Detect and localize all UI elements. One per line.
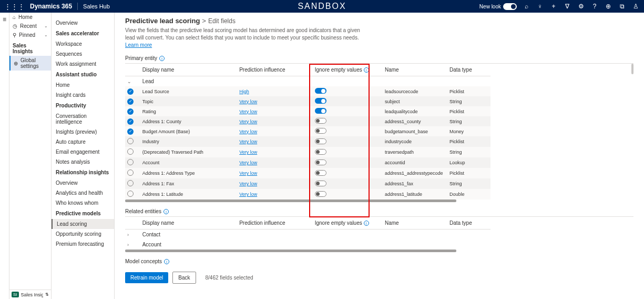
- subnav-item[interactable]: Email engagement: [52, 147, 114, 157]
- checkbox-checked-icon[interactable]: ✓: [127, 88, 134, 95]
- subnav-item[interactable]: Work assignment: [52, 59, 114, 69]
- subnav-item[interactable]: Overview: [52, 178, 114, 188]
- influence-link[interactable]: Very low: [239, 160, 257, 165]
- influence-link[interactable]: Very low: [239, 99, 257, 104]
- subnav-item[interactable]: Workspace: [52, 39, 114, 49]
- table-row[interactable]: ✓TopicVery lowsubjectString: [125, 96, 490, 106]
- filter-icon[interactable]: ∇: [563, 2, 571, 11]
- info-icon[interactable]: i: [163, 209, 169, 214]
- influence-link[interactable]: Very low: [239, 119, 257, 124]
- entity-row-contact[interactable]: › Contact: [125, 230, 490, 240]
- retrain-button[interactable]: Retrain model: [125, 272, 168, 283]
- ignore-toggle[interactable]: [315, 170, 326, 176]
- table-row[interactable]: ✓Address 1: CountyVery lowaddress1_count…: [125, 116, 490, 126]
- influence-link[interactable]: Very low: [239, 171, 257, 176]
- subnav-item[interactable]: Insights (preview): [52, 127, 114, 137]
- nav-globalsettings[interactable]: ⊕Global settings: [9, 56, 51, 71]
- subnav-item[interactable]: Lead scoring: [52, 219, 114, 229]
- checkbox-unchecked-icon[interactable]: [127, 159, 134, 165]
- subnav-item[interactable]: Notes analysis: [52, 157, 114, 167]
- screen-icon[interactable]: ⧉: [618, 2, 626, 11]
- subnav-item[interactable]: Analytics and health: [52, 188, 114, 198]
- checkbox-checked-icon[interactable]: ✓: [127, 128, 134, 135]
- col-ignore-empty[interactable]: Ignore empty values i: [313, 64, 383, 76]
- back-button[interactable]: Back: [172, 272, 196, 284]
- influence-link[interactable]: High: [239, 89, 249, 94]
- ignore-toggle[interactable]: [315, 191, 326, 197]
- app-launcher-icon[interactable]: ⋮⋮⋮: [4, 3, 25, 11]
- subnav-item[interactable]: Overview: [52, 18, 114, 28]
- col-prediction-influence[interactable]: Prediction influence: [237, 217, 313, 230]
- col-name[interactable]: Name: [383, 217, 447, 230]
- col-ignore-empty[interactable]: Ignore empty values i: [313, 217, 383, 230]
- nav-home[interactable]: ⌂Home: [9, 13, 51, 22]
- col-data-type[interactable]: Data type: [447, 217, 490, 230]
- chevron-right-icon[interactable]: ›: [127, 242, 129, 247]
- subnav-item[interactable]: Opportunity scoring: [52, 229, 114, 239]
- nav-footer[interactable]: SI Sales Insights sett... ⇅: [9, 290, 51, 299]
- checkbox-unchecked-icon[interactable]: [127, 180, 134, 186]
- table-row[interactable]: Address 1: LatitudeVery lowaddress1_lati…: [125, 189, 490, 200]
- scrollbar-horizontal[interactable]: [125, 250, 456, 252]
- table-row[interactable]: Address 1: FaxVery lowaddress1_faxString: [125, 178, 490, 189]
- table-row[interactable]: ✓Lead SourceHighleadsourcecodePicklist: [125, 86, 490, 96]
- subnav-item[interactable]: Sequences: [52, 49, 114, 59]
- table-row[interactable]: (Deprecated) Traversed PathVery lowtrave…: [125, 147, 490, 157]
- col-display-name[interactable]: Display name: [140, 217, 238, 230]
- table-row[interactable]: ✓Budget Amount (Base)Very lowbudgetamoun…: [125, 126, 490, 136]
- info-icon[interactable]: i: [364, 67, 369, 73]
- subnav-item[interactable]: Insight cards: [52, 90, 114, 100]
- help-icon[interactable]: ?: [590, 2, 599, 11]
- search-icon[interactable]: ⌕: [522, 2, 530, 11]
- table-row[interactable]: ✓RatingVery lowleadqualitycodePicklist: [125, 106, 490, 116]
- influence-link[interactable]: Very low: [239, 150, 257, 155]
- info-icon[interactable]: i: [164, 259, 169, 264]
- scrollbar-vertical[interactable]: [631, 64, 633, 74]
- ignore-toggle[interactable]: [315, 98, 326, 104]
- checkbox-unchecked-icon[interactable]: [127, 170, 134, 176]
- entity-row-lead[interactable]: ⌄ Lead: [125, 76, 490, 87]
- subnav-item[interactable]: Conversation intelligence: [52, 111, 114, 127]
- col-name[interactable]: Name: [383, 64, 447, 76]
- chevron-down-icon[interactable]: ⌄: [127, 79, 131, 84]
- new-look-toggle[interactable]: New look: [479, 3, 517, 10]
- ignore-toggle[interactable]: [315, 88, 326, 94]
- entity-row-account[interactable]: › Account: [125, 240, 490, 250]
- checkbox-checked-icon[interactable]: ✓: [127, 118, 134, 125]
- influence-link[interactable]: Very low: [239, 129, 257, 134]
- gear-icon[interactable]: ⚙: [577, 2, 585, 11]
- nav-pinned[interactable]: ⚲Pinned⌄: [9, 31, 51, 39]
- ignore-toggle[interactable]: [315, 128, 326, 134]
- plus-icon[interactable]: +: [549, 2, 558, 11]
- info-icon[interactable]: i: [159, 56, 165, 61]
- checkbox-unchecked-icon[interactable]: [127, 148, 134, 155]
- col-prediction-influence[interactable]: Prediction influence: [237, 64, 313, 76]
- scrollbar-horizontal[interactable]: [125, 200, 456, 202]
- col-data-type[interactable]: Data type: [447, 64, 490, 76]
- ignore-toggle[interactable]: [315, 160, 326, 165]
- checkbox-checked-icon[interactable]: ✓: [127, 98, 134, 105]
- globe-icon[interactable]: ⊕: [604, 2, 612, 11]
- ignore-toggle[interactable]: [315, 149, 326, 155]
- chevron-right-icon[interactable]: ›: [127, 232, 129, 237]
- info-icon[interactable]: i: [364, 221, 369, 226]
- influence-link[interactable]: Very low: [239, 139, 257, 144]
- table-row[interactable]: AccountVery lowaccountidLookup: [125, 157, 490, 168]
- ignore-toggle[interactable]: [315, 108, 326, 114]
- person-icon[interactable]: ♙: [631, 2, 640, 11]
- subnav-item[interactable]: Auto capture: [52, 137, 114, 147]
- table-row[interactable]: IndustryVery lowindustrycodePicklist: [125, 136, 490, 147]
- ignore-toggle[interactable]: [315, 181, 326, 186]
- influence-link[interactable]: Very low: [239, 192, 257, 197]
- nav-recent[interactable]: ◷Recent⌄: [9, 22, 51, 31]
- checkbox-unchecked-icon[interactable]: [127, 191, 134, 197]
- ignore-toggle[interactable]: [315, 138, 326, 144]
- lightbulb-icon[interactable]: ♀: [536, 2, 544, 11]
- ignore-toggle[interactable]: [315, 118, 326, 124]
- col-display-name[interactable]: Display name: [140, 64, 238, 76]
- subnav-item[interactable]: Premium forecasting: [52, 239, 114, 249]
- table-row[interactable]: Address 1: Address TypeVery lowaddress1_…: [125, 168, 490, 178]
- influence-link[interactable]: Very low: [239, 181, 257, 186]
- influence-link[interactable]: Very low: [239, 109, 257, 114]
- subnav-item[interactable]: Home: [52, 80, 114, 90]
